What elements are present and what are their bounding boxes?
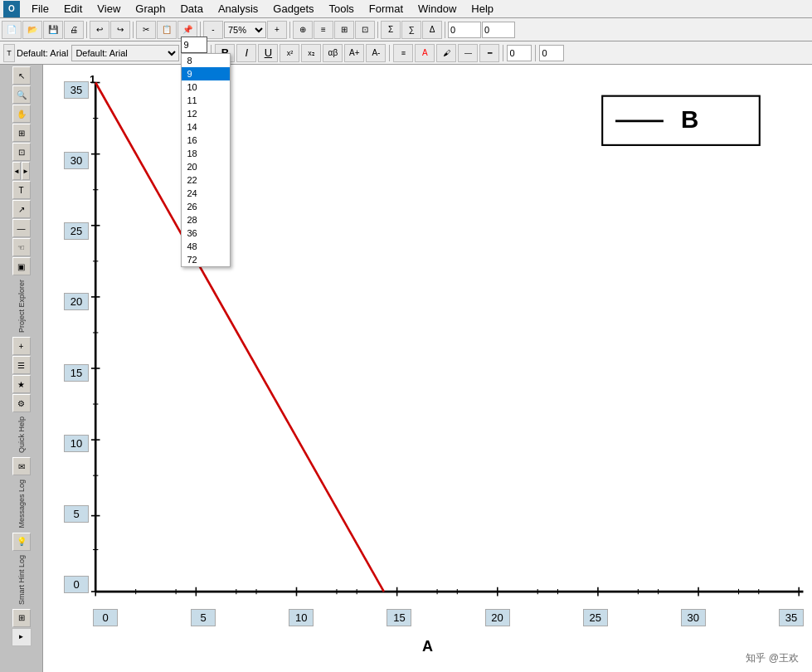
- menu-format[interactable]: Format: [362, 1, 410, 17]
- x-tick-15: 15: [387, 609, 411, 626]
- x-tick-20: 20: [485, 609, 510, 626]
- sep-fmt4: [535, 45, 536, 61]
- sidebar-btn-zoom[interactable]: 🔍: [12, 85, 31, 104]
- tb-btn-misc7[interactable]: Δ: [422, 21, 442, 39]
- sidebar-btn-region[interactable]: ▣: [12, 257, 31, 275]
- font-size-option-24[interactable]: 24: [182, 187, 230, 200]
- tb-btn-misc6[interactable]: ∑: [401, 21, 421, 39]
- menu-graph[interactable]: Graph: [129, 1, 172, 17]
- menu-edit[interactable]: Edit: [57, 1, 89, 17]
- tb-btn-misc1[interactable]: ⊕: [293, 21, 313, 39]
- new-btn[interactable]: 📄: [2, 21, 22, 39]
- sidebar-btn-pan[interactable]: ☜: [12, 238, 31, 256]
- sidebar-btn-grid[interactable]: ⊞: [12, 609, 31, 627]
- tb-btn-misc3[interactable]: ⊞: [334, 21, 354, 39]
- redo-btn[interactable]: ↪: [110, 21, 130, 39]
- menu-tools[interactable]: Tools: [323, 1, 361, 17]
- font-size-option-48[interactable]: 48: [182, 240, 230, 253]
- menubar: O File Edit View Graph Data Analysis Gad…: [0, 0, 812, 18]
- alpha-btn[interactable]: αβ: [323, 44, 343, 62]
- sidebar-btn-list[interactable]: ☰: [12, 356, 31, 374]
- italic-btn[interactable]: I: [236, 44, 256, 62]
- menu-gadgets[interactable]: Gadgets: [266, 1, 320, 17]
- font-size-option-36[interactable]: 36: [182, 226, 230, 240]
- sidebar-btn-text[interactable]: T: [12, 181, 31, 199]
- save-btn[interactable]: 💾: [43, 21, 63, 39]
- align-left-btn[interactable]: ≡: [393, 44, 413, 62]
- sidebar-btn-left[interactable]: ◄: [12, 162, 21, 180]
- sep4: [289, 22, 290, 38]
- sep1: [86, 22, 87, 38]
- font-select[interactable]: Default: Arial Arial Times New Roman: [71, 45, 179, 61]
- menu-file[interactable]: File: [25, 1, 56, 17]
- font-size-option-11[interactable]: 11: [182, 94, 230, 107]
- copy-btn[interactable]: 📋: [157, 21, 177, 39]
- x-tick-30: 30: [681, 609, 706, 626]
- font-size-box: ▼ 8 9 10 11 12 14 16 18 20 22 24 26 28 3…: [181, 37, 207, 70]
- font-size-option-22[interactable]: 22: [182, 173, 230, 187]
- tb-btn-misc2[interactable]: ≡: [314, 21, 333, 39]
- font-size-option-14[interactable]: 14: [182, 120, 230, 134]
- menu-help[interactable]: Help: [464, 1, 500, 17]
- format-btn1[interactable]: T: [3, 44, 15, 62]
- sep-fmt3: [503, 45, 503, 61]
- font-size-up-btn[interactable]: A+: [344, 44, 364, 62]
- line-width-input[interactable]: [507, 45, 532, 61]
- sidebar-btn-arrow2[interactable]: ►: [12, 628, 32, 646]
- highlight-color-btn[interactable]: 🖌: [436, 44, 456, 62]
- sidebar-btn-expand[interactable]: +: [12, 337, 31, 355]
- main-toolbar: 📄 📂 💾 🖨 ↩ ↪ ✂ 📋 📌 - 75% 100% 150% + ⊕ ≡ …: [0, 18, 812, 41]
- coord-y-input[interactable]: [482, 22, 515, 38]
- sidebar-btn-hint[interactable]: 💡: [12, 533, 31, 551]
- font-size-option-12[interactable]: 12: [182, 107, 230, 120]
- font-size-option-18[interactable]: 18: [182, 147, 230, 160]
- menu-window[interactable]: Window: [411, 1, 463, 17]
- x-tick-25: 25: [583, 609, 608, 626]
- font-size-input[interactable]: [181, 37, 207, 53]
- open-btn[interactable]: 📂: [22, 21, 42, 39]
- value-input[interactable]: [539, 45, 564, 61]
- menu-analysis[interactable]: Analysis: [212, 1, 265, 17]
- font-size-option-20[interactable]: 20: [182, 160, 230, 173]
- sidebar-btn-line[interactable]: —: [12, 219, 31, 237]
- font-size-option-10[interactable]: 10: [182, 80, 230, 94]
- subscript-btn[interactable]: x₂: [301, 44, 321, 62]
- menu-data[interactable]: Data: [173, 1, 209, 17]
- font-color-btn[interactable]: A: [415, 44, 435, 62]
- tb-btn-misc5[interactable]: Σ: [381, 21, 401, 39]
- font-size-option-26[interactable]: 26: [182, 200, 230, 213]
- menu-view[interactable]: View: [90, 1, 127, 17]
- sidebar-btn-diagonal[interactable]: ↗: [12, 200, 31, 218]
- sidebar-btn-move[interactable]: ✋: [12, 105, 31, 123]
- sidebar-btn-data[interactable]: ⊞: [12, 124, 31, 142]
- font-size-option-9[interactable]: 9: [182, 67, 230, 80]
- sidebar-btn-select[interactable]: ⊡: [12, 143, 31, 161]
- graph-area: 1 35 30 25 20 15 10 5 0: [43, 65, 812, 672]
- font-size-option-28[interactable]: 28: [182, 213, 230, 226]
- font-size-option-8[interactable]: 8: [182, 54, 230, 67]
- font-size-down-btn[interactable]: A-: [366, 44, 386, 62]
- undo-btn[interactable]: ↩: [90, 21, 109, 39]
- sidebar-btn-star[interactable]: ★: [12, 375, 31, 393]
- font-size-option-16[interactable]: 16: [182, 134, 230, 147]
- coord-x-input[interactable]: [448, 22, 481, 38]
- cut-btn[interactable]: ✂: [136, 21, 156, 39]
- sidebar-btn-right[interactable]: ►: [22, 162, 30, 180]
- sidebar-btn-gear[interactable]: ⚙: [12, 394, 31, 412]
- tb-btn-misc4[interactable]: ⊡: [355, 21, 375, 39]
- underline-btn[interactable]: U: [258, 44, 278, 62]
- zoom-select[interactable]: 75% 100% 150%: [224, 22, 266, 38]
- messages-log-label: Messages Log: [17, 480, 26, 528]
- font-size-option-72[interactable]: 72: [182, 253, 230, 266]
- line-style-btn[interactable]: ━: [479, 44, 499, 62]
- sidebar-btn-arrow[interactable]: ↖: [12, 66, 31, 85]
- x-tick-0: 0: [93, 609, 118, 626]
- zoom-in-btn[interactable]: +: [267, 21, 287, 39]
- print-btn[interactable]: 🖨: [64, 21, 84, 39]
- line-color-btn[interactable]: —: [458, 44, 478, 62]
- app-icon: O: [3, 1, 20, 17]
- watermark: 知乎 @王欢: [746, 651, 799, 665]
- superscript-btn[interactable]: x²: [280, 44, 299, 62]
- sidebar-btn-msg[interactable]: ✉: [12, 457, 31, 475]
- x-tick-10: 10: [289, 609, 314, 626]
